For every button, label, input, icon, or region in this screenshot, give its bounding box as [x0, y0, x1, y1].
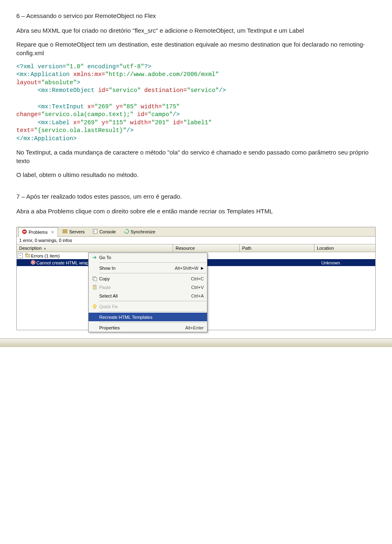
column-description[interactable]: Description ▲	[17, 244, 173, 252]
menu-select-all[interactable]: Select All Ctrl+A	[89, 291, 207, 300]
submenu-arrow-icon: ▶	[198, 266, 204, 270]
menu-separator	[99, 311, 206, 312]
tab-console[interactable]: Console	[89, 227, 119, 237]
context-menu: Go To Show In Alt+Shift+W ▶ Copy Ctrl+C	[88, 253, 207, 332]
column-headers: Description ▲ Resource Path Location	[17, 244, 375, 252]
goto-icon	[90, 255, 99, 260]
copy-icon	[90, 276, 99, 282]
group-label: Errors (1 item)	[31, 253, 60, 258]
svg-rect-11	[94, 285, 96, 286]
column-location[interactable]: Location	[314, 244, 375, 252]
tab-label: Synchronize	[131, 229, 156, 234]
tab-problems[interactable]: Problems ✕	[18, 227, 58, 237]
menu-paste: Paste Ctrl+V	[89, 283, 207, 291]
svg-rect-9	[94, 278, 97, 281]
close-tab-icon[interactable]: ✕	[49, 230, 54, 235]
error-icon	[22, 229, 27, 235]
servers-icon	[62, 229, 67, 235]
tree-icon	[25, 253, 30, 259]
paste-icon	[90, 284, 99, 290]
problems-panel: Problems ✕ Servers Console Synchronize	[16, 227, 376, 330]
view-tabs: Problems ✕ Servers Console Synchronize	[17, 227, 375, 237]
svg-rect-2	[63, 230, 67, 231]
column-resource[interactable]: Resource	[173, 244, 240, 252]
doc-paragraph: Abra a aba Problems clique com o direito…	[16, 207, 376, 215]
sort-asc-icon: ▲	[43, 246, 47, 250]
collapse-icon[interactable]: −	[18, 253, 23, 258]
section-7-title: 7 – Após ter realizado todos estes passo…	[16, 193, 376, 200]
tab-servers[interactable]: Servers	[59, 227, 88, 237]
menu-separator	[99, 322, 206, 322]
menu-show-in[interactable]: Show In Alt+Shift+W ▶	[89, 264, 207, 272]
svg-point-12	[93, 304, 96, 308]
problems-summary: 1 error, 0 warnings, 0 infos	[17, 237, 375, 244]
sync-icon	[124, 229, 129, 235]
tab-synchronize[interactable]: Synchronize	[120, 227, 159, 237]
menu-go-to[interactable]: Go To	[89, 253, 207, 262]
svg-rect-1	[23, 231, 26, 232]
menu-quick-fix: Quick Fix	[89, 302, 207, 311]
mxml-code-block: <?xml version="1.0" encoding="utf-8"?> <…	[16, 63, 376, 143]
tab-label: Console	[99, 229, 116, 234]
doc-paragraph: O label, obtem o ultimo resultado no mét…	[16, 171, 376, 179]
doc-paragraph: Abra seu MXML que foi criado no diretóri…	[16, 27, 376, 35]
column-path[interactable]: Path	[240, 244, 314, 252]
menu-properties[interactable]: Properties Alt+Enter	[89, 323, 207, 332]
menu-separator	[99, 301, 206, 301]
menu-separator	[99, 262, 206, 263]
lightbulb-icon	[90, 304, 99, 309]
doc-paragraph: Repare que o RemoteObject tem um destina…	[16, 40, 376, 57]
console-icon	[93, 229, 98, 235]
error-location: Unknown	[319, 260, 375, 265]
doc-paragraph: No TextInput, a cada mundança de caracte…	[16, 148, 376, 165]
menu-recreate-html-templates[interactable]: Recreate HTML Templates	[89, 313, 207, 321]
menu-copy[interactable]: Copy Ctrl+C	[89, 274, 207, 283]
svg-rect-6	[26, 253, 27, 255]
tab-label: Servers	[69, 229, 85, 234]
menu-separator	[99, 273, 206, 273]
svg-rect-3	[63, 232, 67, 233]
svg-rect-4	[93, 229, 97, 233]
error-icon	[31, 260, 36, 266]
svg-rect-13	[94, 308, 96, 309]
section-6-title: 6 – Acessando o servico por RemoteObject…	[16, 12, 376, 19]
os-taskbar	[0, 338, 392, 347]
tab-label: Problems	[29, 230, 47, 235]
